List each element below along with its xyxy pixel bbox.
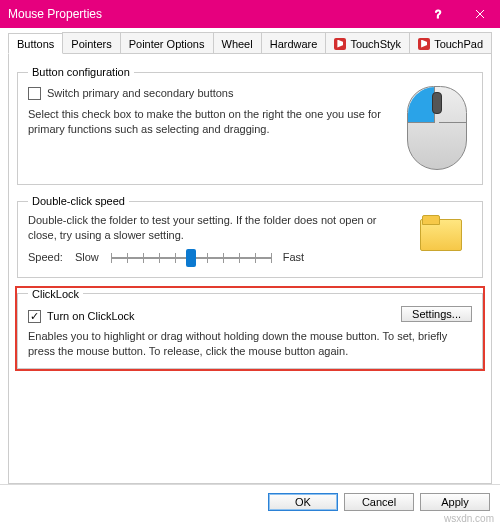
synaptics-icon	[418, 38, 430, 50]
apply-button[interactable]: Apply	[420, 493, 490, 511]
window-title: Mouse Properties	[8, 7, 420, 21]
close-button[interactable]	[460, 0, 500, 28]
tab-wheel[interactable]: Wheel	[213, 32, 262, 53]
tab-touchpad[interactable]: TouchPad	[409, 32, 492, 53]
tab-touchstyk[interactable]: TouchStyk	[325, 32, 410, 53]
slider-thumb[interactable]	[186, 249, 196, 267]
speed-fast-label: Fast	[283, 250, 304, 265]
group-legend: ClickLock	[28, 288, 83, 300]
watermark: wsxdn.com	[444, 513, 494, 524]
checkbox-label: Switch primary and secondary buttons	[47, 86, 233, 101]
help-button[interactable]: ?	[420, 0, 460, 28]
checkbox-label: Turn on ClickLock	[47, 310, 135, 322]
checkbox-icon	[28, 310, 41, 323]
ok-button[interactable]: OK	[268, 493, 338, 511]
titlebar: Mouse Properties ?	[0, 0, 500, 28]
dblclick-speed-slider[interactable]	[111, 249, 271, 267]
tab-pointer-options[interactable]: Pointer Options	[120, 32, 214, 53]
group-button-configuration: Button configuration Switch primary and …	[17, 66, 483, 185]
switch-buttons-checkbox[interactable]: Switch primary and secondary buttons	[28, 86, 394, 101]
speed-label: Speed:	[28, 250, 63, 265]
synaptics-icon	[334, 38, 346, 50]
test-folder-icon[interactable]	[416, 213, 466, 257]
dialog-buttons: OK Cancel Apply	[0, 484, 500, 519]
clicklock-desc: Enables you to highlight or drag without…	[28, 329, 472, 359]
tab-buttons[interactable]: Buttons	[8, 33, 63, 54]
group-clicklock: ClickLock Settings... Turn on ClickLock …	[17, 288, 483, 370]
tab-hardware[interactable]: Hardware	[261, 32, 327, 53]
tabstrip: Buttons Pointers Pointer Options Wheel H…	[8, 32, 492, 54]
tab-pointers[interactable]: Pointers	[62, 32, 120, 53]
svg-text:?: ?	[435, 9, 441, 19]
speed-slow-label: Slow	[75, 250, 99, 265]
button-config-desc: Select this check box to make the button…	[28, 107, 394, 137]
group-legend: Button configuration	[28, 66, 134, 78]
dblclick-desc: Double-click the folder to test your set…	[28, 213, 408, 243]
tab-panel: Button configuration Switch primary and …	[8, 54, 492, 484]
cancel-button[interactable]: Cancel	[344, 493, 414, 511]
group-legend: Double-click speed	[28, 195, 129, 207]
mouse-illustration	[402, 84, 472, 174]
clicklock-settings-button[interactable]: Settings...	[401, 306, 472, 322]
checkbox-icon	[28, 87, 41, 100]
group-double-click-speed: Double-click speed Double-click the fold…	[17, 195, 483, 278]
